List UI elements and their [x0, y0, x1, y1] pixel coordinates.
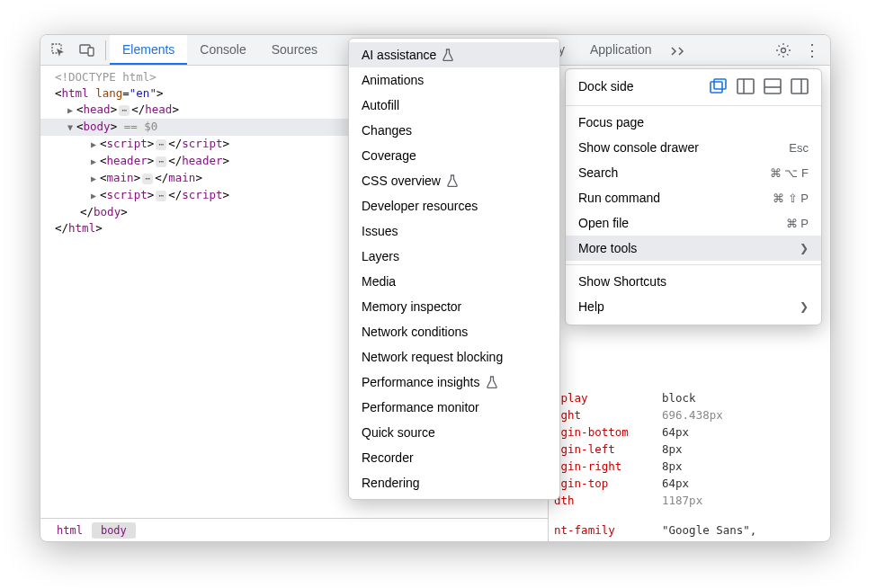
overflow-menu: Dock side Focus pageShow console drawerE… [565, 68, 822, 325]
menu-item-search[interactable]: Search⌘ ⌥ F [566, 160, 821, 185]
tab-sources[interactable]: Sources [259, 35, 330, 65]
tab-elements[interactable]: Elements [110, 35, 187, 65]
crumb-body[interactable]: body [92, 522, 136, 539]
style-property[interactable]: rgin-right8px [549, 458, 830, 475]
style-property[interactable]: ight696.438px [549, 406, 830, 423]
submenu-item-quick-source[interactable]: Quick source [349, 420, 559, 445]
style-property[interactable]: nt-family"Google Sans", [549, 521, 830, 539]
submenu-item-layers[interactable]: Layers [349, 244, 559, 269]
submenu-item-performance-insights[interactable]: Performance insights [349, 370, 559, 395]
menu-item-show-console-drawer[interactable]: Show console drawerEsc [566, 135, 821, 160]
style-property[interactable]: splayblock [549, 389, 830, 406]
style-property[interactable]: nt-size16px [549, 539, 830, 541]
menu-item-more-tools[interactable]: More tools❯ [566, 236, 821, 261]
tabs-overflow-icon[interactable] [668, 40, 688, 60]
flask-icon [486, 376, 498, 388]
submenu-item-memory-inspector[interactable]: Memory inspector [349, 294, 559, 319]
svg-rect-10 [791, 79, 808, 94]
dock-undock-icon[interactable] [710, 78, 728, 94]
submenu-item-network-conditions[interactable]: Network conditions [349, 319, 559, 344]
chevron-right-icon: ❯ [800, 300, 809, 313]
submenu-item-recorder[interactable]: Recorder [349, 445, 559, 470]
tab-console[interactable]: Console [187, 35, 258, 65]
dock-right-icon[interactable] [791, 78, 809, 94]
submenu-item-rendering[interactable]: Rendering [349, 470, 559, 495]
device-toggle-icon[interactable] [75, 38, 100, 63]
doctype: <!DOCTYPE html> [55, 70, 156, 84]
dock-side-label: Dock side [578, 79, 633, 94]
more-tools-submenu: AI assistanceAnimationsAutofillChangesCo… [348, 38, 560, 500]
breadcrumbs: html body [40, 518, 548, 541]
style-property[interactable]: rgin-top64px [549, 475, 830, 492]
submenu-item-coverage[interactable]: Coverage [349, 143, 559, 168]
submenu-item-media[interactable]: Media [349, 269, 559, 294]
svg-rect-8 [764, 79, 781, 94]
menu-item-help[interactable]: Help❯ [566, 294, 821, 319]
submenu-item-css-overview[interactable]: CSS overview [349, 168, 559, 193]
svg-rect-6 [737, 79, 754, 94]
svg-rect-4 [711, 82, 722, 93]
svg-point-3 [782, 48, 786, 52]
flask-icon [442, 49, 454, 61]
dock-bottom-icon[interactable] [764, 78, 782, 94]
style-property[interactable]: rgin-bottom64px [549, 423, 830, 441]
submenu-item-issues[interactable]: Issues [349, 218, 559, 244]
more-menu-icon[interactable]: ⋮ [800, 38, 825, 63]
svg-rect-5 [714, 79, 726, 89]
submenu-item-changes[interactable]: Changes [349, 118, 559, 143]
style-property[interactable]: dth1187px [549, 492, 830, 509]
submenu-item-ai-assistance[interactable]: AI assistance [349, 42, 559, 67]
menu-item-show-shortcuts[interactable]: Show Shortcuts [566, 269, 821, 294]
submenu-item-autofill[interactable]: Autofill [349, 93, 559, 118]
menu-item-open-file[interactable]: Open file⌘ P [566, 210, 821, 236]
flask-icon [446, 174, 459, 187]
tab-application[interactable]: Application [577, 35, 665, 65]
dock-side-row: Dock side [566, 75, 821, 102]
dock-left-icon[interactable] [737, 78, 755, 94]
settings-gear-icon[interactable] [771, 38, 796, 63]
submenu-item-performance-monitor[interactable]: Performance monitor [349, 395, 559, 420]
submenu-item-developer-resources[interactable]: Developer resources [349, 193, 559, 218]
submenu-item-animations[interactable]: Animations [349, 67, 559, 93]
style-property[interactable]: rgin-left8px [549, 441, 830, 458]
submenu-item-network-request-blocking[interactable]: Network request blocking [349, 344, 559, 370]
svg-rect-2 [88, 48, 94, 56]
crumb-html[interactable]: html [48, 522, 92, 539]
inspect-icon[interactable] [46, 38, 71, 63]
menu-item-run-command[interactable]: Run command⌘ ⇧ P [566, 185, 821, 210]
chevron-right-icon: ❯ [800, 242, 809, 254]
menu-item-focus-page[interactable]: Focus page [566, 110, 821, 135]
